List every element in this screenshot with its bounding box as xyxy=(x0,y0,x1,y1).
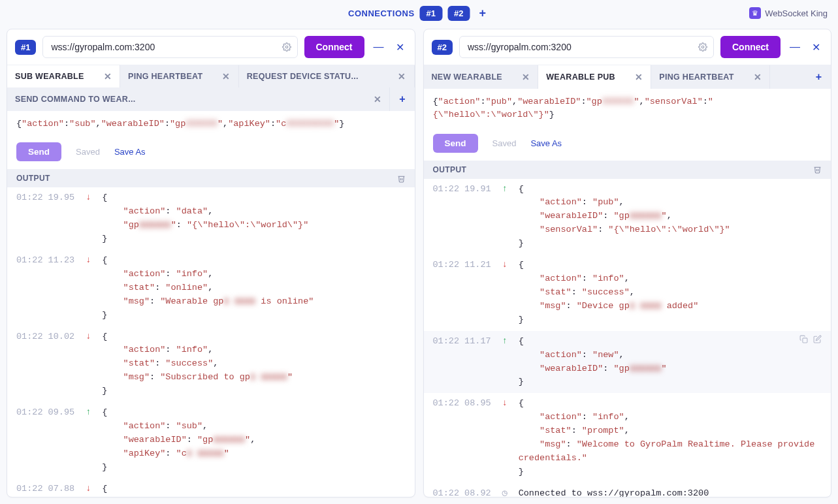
log-entry[interactable]: 01:22 11.21↓{ "action": "info", "stat": … xyxy=(424,255,831,331)
minimize-icon[interactable]: — xyxy=(371,41,387,53)
arrow-down-icon: ↓ xyxy=(84,482,93,497)
panel-header: #1 Connect — ✕ xyxy=(7,29,415,65)
tab-new-wearable[interactable]: NEW WEARABLE ✕ xyxy=(424,65,539,89)
log-body: { "action": "pub", "wearableID": "gp▮▮▮▮… xyxy=(519,183,822,251)
log-timestamp: 01:22 08.92 xyxy=(433,487,491,497)
tab-label: PING HEARTBEAT xyxy=(659,72,733,82)
connect-button[interactable]: Connect xyxy=(304,36,364,58)
add-tab-button[interactable]: + xyxy=(390,87,414,111)
add-connection-button[interactable]: + xyxy=(475,7,490,20)
tab-wearable-pub[interactable]: WEARABLE PUB ✕ xyxy=(538,65,651,89)
log-timestamp: 01:22 08.95 xyxy=(433,397,491,479)
close-icon[interactable]: ✕ xyxy=(754,72,762,82)
log-entry[interactable]: 01:22 08.95↓{ "action": "info", "stat": … xyxy=(424,393,831,483)
log-body: { "action": "info", "stat": "online", "m… xyxy=(102,254,405,323)
crown-icon: ♛ xyxy=(749,7,761,19)
payload-tabs-row: NEW WEARABLE ✕ WEARABLE PUB ✕ PING HEART… xyxy=(424,65,831,89)
payload-editor[interactable]: {"action":"pub","wearableID":"gpXXXXXX",… xyxy=(424,89,831,129)
output-header: OUTPUT xyxy=(7,169,415,187)
minimize-icon[interactable]: — xyxy=(787,41,803,53)
log-entry[interactable]: 01:22 19.95↓{ "action": "data", "gp▮▮▮▮▮… xyxy=(7,187,415,250)
tab-ping-heartbeat[interactable]: PING HEARTBEAT ✕ xyxy=(651,65,770,89)
arrow-down-icon: ↓ xyxy=(84,330,93,399)
log-entry[interactable]: 01:22 11.23↓{ "action": "info", "stat": … xyxy=(7,250,415,326)
output-log[interactable]: 01:22 19.91↑{ "action": "pub", "wearable… xyxy=(424,179,831,497)
log-entry[interactable]: 01:22 11.17↑{ "action": "new", "wearable… xyxy=(424,331,831,394)
save-as-link[interactable]: Save As xyxy=(530,138,562,148)
log-timestamp: 01:22 11.17 xyxy=(433,335,491,390)
saved-label: Saved xyxy=(492,138,517,148)
top-bar: CONNECTIONS #1 #2 + ♛ WebSocket King xyxy=(0,0,838,26)
log-entry[interactable]: 01:22 19.91↑{ "action": "pub", "wearable… xyxy=(424,179,831,255)
log-body: Connected to wss://gyropalm.com:3200 xyxy=(519,487,822,497)
tab-label: PING HEARTBEAT xyxy=(128,72,202,81)
add-tab-button[interactable]: + xyxy=(807,65,831,89)
output-label: OUTPUT xyxy=(16,174,50,183)
connection-panel-2: #2 Connect — ✕ NEW WEARABLE ✕ WEARABLE P… xyxy=(423,29,832,497)
log-entry[interactable]: 01:22 10.02↓{ "action": "info", "stat": … xyxy=(7,326,415,403)
connection-pill-1[interactable]: #1 xyxy=(420,6,442,21)
log-body: { "action": "info", xyxy=(102,482,405,497)
svg-rect-2 xyxy=(803,338,807,343)
clock-icon: ◷ xyxy=(500,487,509,497)
log-timestamp: 01:22 11.21 xyxy=(433,259,491,327)
log-body: { "action": "info", "stat": "success", "… xyxy=(519,259,822,327)
log-entry[interactable]: 01:22 08.92◷Connected to wss://gyropalm.… xyxy=(424,483,831,497)
connection-pill-2[interactable]: #2 xyxy=(447,6,470,21)
edit-icon[interactable] xyxy=(813,335,822,343)
arrow-up-icon: ↑ xyxy=(500,335,509,390)
output-label: OUTPUT xyxy=(433,165,467,174)
panel-header: #2 Connect — ✕ xyxy=(424,29,831,65)
log-timestamp: 01:22 09.95 xyxy=(16,406,74,475)
saved-label: Saved xyxy=(76,147,100,157)
save-as-link[interactable]: Save As xyxy=(114,147,146,157)
svg-point-1 xyxy=(701,46,704,48)
payload-editor[interactable]: {"action":"sub","wearableID":"gpXXXXXX",… xyxy=(7,111,415,137)
arrow-down-icon: ↓ xyxy=(84,254,93,323)
close-icon[interactable]: ✕ xyxy=(398,71,406,82)
gear-icon[interactable] xyxy=(282,42,291,52)
close-icon[interactable]: ✕ xyxy=(104,71,112,82)
gear-icon[interactable] xyxy=(698,42,707,52)
tab-label: WEARABLE PUB xyxy=(546,72,615,82)
close-icon[interactable]: ✕ xyxy=(374,94,381,104)
arrow-up-icon: ↑ xyxy=(500,183,509,251)
close-icon[interactable]: ✕ xyxy=(393,41,407,54)
arrow-down-icon: ↓ xyxy=(84,191,93,246)
log-entry[interactable]: 01:22 07.88↓{ "action": "info", xyxy=(7,479,415,497)
send-button[interactable]: Send xyxy=(433,134,478,153)
tab-sub-wearable[interactable]: SUB WEARABLE ✕ xyxy=(7,65,120,87)
trash-icon[interactable] xyxy=(813,165,822,174)
log-body: { "action": "data", "gp▮▮▮▮▮▮": "{\"hell… xyxy=(102,191,405,246)
log-body: { "action": "info", "stat": "success", "… xyxy=(102,330,405,399)
log-timestamp: 01:22 11.23 xyxy=(16,254,74,323)
url-input[interactable] xyxy=(42,36,297,58)
tab-send-command[interactable]: SEND COMMAND TO WEAR... ✕ xyxy=(7,87,390,111)
editor-actions: Send Saved Save As xyxy=(424,129,831,161)
close-icon[interactable]: ✕ xyxy=(635,72,643,82)
log-entry[interactable]: 01:22 09.95↑{ "action": "sub", "wearable… xyxy=(7,402,415,479)
brand: ♛ WebSocket King xyxy=(749,7,828,19)
arrow-down-icon: ↓ xyxy=(500,259,509,327)
copy-icon[interactable] xyxy=(799,335,808,343)
close-icon[interactable]: ✕ xyxy=(522,72,530,82)
connections-switcher: CONNECTIONS #1 #2 + xyxy=(348,6,490,21)
log-body: { "action": "new", "wearableID": "gp▮▮▮▮… xyxy=(519,335,822,390)
url-input[interactable] xyxy=(459,36,714,58)
output-header: OUTPUT xyxy=(424,161,831,179)
tab-request-device-status[interactable]: REQUEST DEVICE STATU... ✕ xyxy=(239,65,415,87)
close-icon[interactable]: ✕ xyxy=(809,41,823,54)
close-icon[interactable]: ✕ xyxy=(222,71,230,82)
connection-badge[interactable]: #2 xyxy=(432,40,453,55)
tab-label: SEND COMMAND TO WEAR... xyxy=(15,95,367,104)
output-log[interactable]: 01:22 19.95↓{ "action": "data", "gp▮▮▮▮▮… xyxy=(7,187,415,497)
tab-ping-heartbeat[interactable]: PING HEARTBEAT ✕ xyxy=(120,65,239,87)
editor-actions: Send Saved Save As xyxy=(7,137,415,169)
trash-icon[interactable] xyxy=(397,174,406,183)
send-button[interactable]: Send xyxy=(16,142,61,161)
connection-badge[interactable]: #1 xyxy=(15,40,36,55)
payload-tabs-row-2: SEND COMMAND TO WEAR... ✕ + xyxy=(7,87,415,111)
log-timestamp: 01:22 07.88 xyxy=(16,482,74,497)
connect-button[interactable]: Connect xyxy=(720,36,781,58)
brand-name: WebSocket King xyxy=(765,8,828,18)
